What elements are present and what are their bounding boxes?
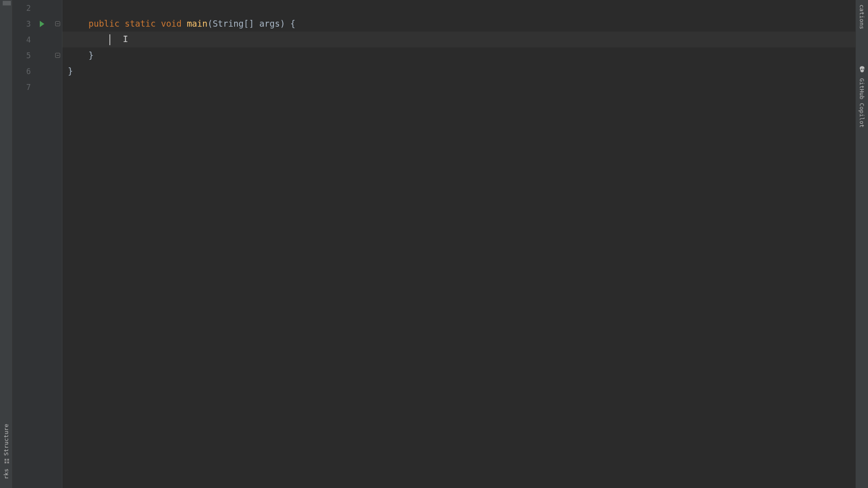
fold-collapse-icon[interactable] bbox=[55, 21, 60, 26]
line-number: 4 bbox=[26, 35, 31, 44]
svg-rect-3 bbox=[5, 459, 7, 461]
github-copilot-tool-tab[interactable]: GitHub Copilot bbox=[858, 74, 866, 132]
keyword-public: public bbox=[89, 16, 120, 32]
gutter-line[interactable]: 7 bbox=[13, 79, 62, 95]
keyword-static: static bbox=[125, 16, 156, 32]
svg-rect-0 bbox=[8, 462, 9, 464]
gutter-line[interactable]: 3 bbox=[13, 16, 62, 32]
bookmarks-tool-label: rks bbox=[3, 469, 9, 479]
code-line[interactable]: public static void main(String[] args) { bbox=[62, 16, 855, 32]
code-line[interactable]: } bbox=[62, 47, 855, 63]
keyword-void: void bbox=[161, 16, 182, 32]
run-gutter-icon[interactable] bbox=[40, 21, 44, 27]
code-line[interactable] bbox=[62, 79, 855, 95]
code-line[interactable] bbox=[62, 0, 855, 16]
code-line-active[interactable]: I bbox=[62, 32, 855, 47]
right-tool-sidebar: cations GitHub Copilot bbox=[855, 0, 868, 488]
type-string: String bbox=[212, 16, 244, 32]
line-number: 3 bbox=[26, 19, 31, 28]
fold-collapse-icon[interactable] bbox=[55, 53, 60, 58]
notifications-tool-tab[interactable]: cations bbox=[858, 5, 866, 34]
structure-tool-tab[interactable]: Structure bbox=[2, 419, 10, 468]
line-number: 5 bbox=[26, 51, 31, 60]
structure-icon bbox=[4, 459, 9, 464]
param-args: args bbox=[259, 16, 280, 32]
editor-gutter: 2 3 4 5 6 7 bbox=[13, 0, 62, 488]
code-line[interactable]: } bbox=[62, 63, 855, 79]
bookmarks-tool-tab[interactable]: rks bbox=[2, 469, 10, 483]
svg-rect-1 bbox=[5, 462, 7, 464]
left-tool-sidebar: Structure rks bbox=[0, 0, 13, 488]
svg-rect-2 bbox=[8, 459, 9, 461]
ibeam-cursor-icon: I bbox=[123, 31, 128, 47]
github-copilot-icon[interactable] bbox=[858, 66, 866, 74]
github-copilot-tool-label: GitHub Copilot bbox=[859, 78, 865, 128]
text-caret bbox=[109, 34, 110, 45]
gutter-line[interactable]: 6 bbox=[13, 63, 62, 79]
gutter-line[interactable]: 2 bbox=[13, 0, 62, 16]
notifications-tool-label: cations bbox=[859, 5, 865, 29]
structure-tool-label: Structure bbox=[3, 424, 9, 455]
line-number: 6 bbox=[26, 67, 31, 76]
gutter-line[interactable]: 4 bbox=[13, 32, 62, 47]
code-editor[interactable]: public static void main(String[] args) {… bbox=[62, 0, 855, 488]
line-number: 2 bbox=[26, 4, 31, 13]
gutter-line[interactable]: 5 bbox=[13, 47, 62, 63]
method-main: main bbox=[187, 16, 208, 32]
left-top-marker bbox=[3, 1, 11, 5]
line-number: 7 bbox=[26, 83, 31, 92]
